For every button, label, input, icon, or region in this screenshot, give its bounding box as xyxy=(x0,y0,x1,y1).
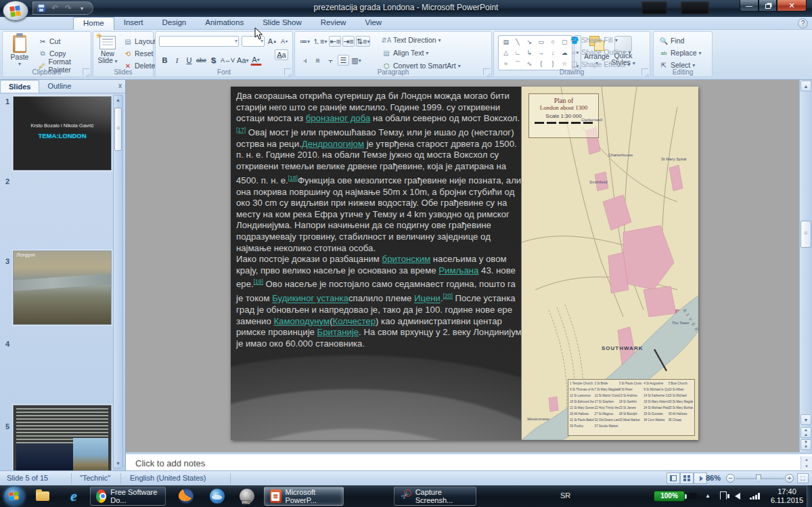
align-text-button[interactable]: ▤ Align Text▾ xyxy=(382,47,428,58)
zoom-in-button[interactable]: + xyxy=(785,474,794,483)
shape-icon[interactable]: ☆ xyxy=(559,58,570,69)
grow-font-button[interactable]: A▲ xyxy=(267,36,278,47)
notes-scrollbar[interactable]: ▲▼ xyxy=(800,456,812,470)
clear-formatting-button[interactable]: A̲a xyxy=(275,49,288,60)
google-earth-pro-button[interactable] xyxy=(235,487,258,505)
tab-view[interactable]: View xyxy=(355,17,391,30)
cut-button[interactable]: ✂Cut xyxy=(38,36,60,47)
shape-fill-button[interactable]: 🪣Shape Fill▾ xyxy=(570,35,618,45)
shape-icon[interactable]: ∟ xyxy=(512,47,523,58)
battery-indicator[interactable]: 100% xyxy=(654,491,685,502)
theme-name[interactable]: "Technic" xyxy=(80,474,110,482)
align-right-button[interactable]: ⫟ xyxy=(325,55,336,66)
close-button[interactable]: ✕ xyxy=(777,0,807,12)
text-shadow-button[interactable]: S xyxy=(208,55,219,66)
shape-icon[interactable]: ↘ xyxy=(524,37,535,47)
scroll-thumb[interactable] xyxy=(800,221,811,248)
bold-button[interactable]: B xyxy=(159,55,171,66)
slide-sorter-button[interactable] xyxy=(680,472,694,484)
decrease-indent-button[interactable]: ⇤≡ xyxy=(329,36,341,47)
redo-button[interactable]: ↷ xyxy=(63,3,74,14)
language-sr-indicator[interactable]: SR xyxy=(560,491,570,500)
volume-icon[interactable] xyxy=(735,493,740,500)
shape-icon[interactable]: ▢ xyxy=(559,37,570,47)
slides-panel-scrollbar[interactable]: ▲ ▼ xyxy=(113,95,123,468)
tab-slides[interactable]: Slides xyxy=(0,80,39,93)
slide-thumbnail-3[interactable] xyxy=(13,405,112,479)
scroll-up-icon[interactable]: ▲ xyxy=(114,95,122,104)
google-earth-button[interactable] xyxy=(206,487,229,505)
underline-button[interactable]: U xyxy=(183,55,195,66)
scroll-down-icon[interactable]: ▼ xyxy=(114,459,122,468)
zoom-slider-handle[interactable] xyxy=(756,475,761,482)
hyperlink[interactable]: Британије xyxy=(317,327,359,337)
next-slide-button[interactable]: ▼▼ xyxy=(800,439,811,450)
slide-show-button[interactable] xyxy=(694,472,707,484)
reference-link[interactable]: [17] xyxy=(236,127,246,133)
new-slide-button[interactable]: NewSlide ▾ xyxy=(93,34,122,69)
shape-icon[interactable]: ⌒ xyxy=(512,58,523,69)
hyperlink[interactable]: Ицени xyxy=(414,294,441,304)
reference-link[interactable]: [19] xyxy=(254,278,263,285)
paragraph-dialog-launcher[interactable] xyxy=(483,68,490,75)
undo-button[interactable]: ↶ xyxy=(49,3,60,14)
action-center-icon[interactable] xyxy=(720,491,727,500)
shape-icon[interactable]: ∿ xyxy=(524,58,535,69)
shape-icon[interactable]: ○ xyxy=(547,37,558,47)
firefox-button[interactable] xyxy=(175,487,198,505)
increase-indent-button[interactable]: ⇥≡ xyxy=(342,36,355,47)
shape-icon[interactable]: ☁ xyxy=(559,47,570,58)
shape-outline-button[interactable]: ▱Shape Outline▾ xyxy=(570,47,631,58)
internet-explorer-button[interactable]: e xyxy=(62,487,85,505)
align-left-button[interactable]: ⫞ xyxy=(299,55,311,66)
tab-home[interactable]: Home xyxy=(73,17,114,30)
start-button[interactable] xyxy=(4,487,24,506)
clock[interactable]: 17:40 6.11.2015 xyxy=(767,487,807,505)
fit-to-window-button[interactable]: ⛶ xyxy=(797,473,809,483)
replace-button[interactable]: abReplace▾ xyxy=(659,47,702,58)
reset-button[interactable]: ⟲Reset xyxy=(123,48,153,59)
windows-explorer-button[interactable] xyxy=(31,487,54,505)
hyperlink[interactable]: Будикиног устанка xyxy=(272,294,348,304)
shape-effects-button[interactable]: ❏Shape Effects▾ xyxy=(570,59,630,70)
shape-icon[interactable]: ↓ xyxy=(547,47,558,58)
shape-icon[interactable]: ▭ xyxy=(535,37,547,47)
shape-icon[interactable]: ↳ xyxy=(524,47,535,58)
hyperlink[interactable]: бритонским xyxy=(382,254,431,264)
shape-icon[interactable]: △ xyxy=(500,47,512,58)
scroll-down-icon[interactable]: ▼ xyxy=(800,414,811,425)
tab-outline[interactable]: Outline xyxy=(39,80,79,93)
tab-insert[interactable]: Insert xyxy=(114,17,153,30)
hyperlink[interactable]: Камоподунум xyxy=(273,316,330,326)
justify-button[interactable]: ☰ xyxy=(338,55,349,66)
save-button[interactable] xyxy=(36,3,47,14)
font-color-button[interactable]: A▾ xyxy=(250,55,262,66)
slide-body-text[interactable]: Два скорашња открића сугеришу да би Лонд… xyxy=(236,91,523,350)
show-hidden-icons-button[interactable]: ▲ xyxy=(705,493,710,499)
reference-link[interactable]: [18] xyxy=(288,175,298,181)
find-button[interactable]: 🔍Find xyxy=(659,35,684,46)
zoom-slider[interactable]: − + xyxy=(726,472,794,485)
help-button[interactable]: ? xyxy=(798,18,808,28)
tab-review[interactable]: Review xyxy=(311,17,356,30)
shape-icon[interactable]: } xyxy=(547,58,558,69)
london-map-image[interactable]: RIVER THAMES Plan of London about 1300 S… xyxy=(521,87,698,440)
slide-thumbnail-1[interactable]: Krsto Bozalo i Nikola Gavrić TEMA:LONDON xyxy=(13,96,112,171)
zoom-percentage[interactable]: 86% xyxy=(706,474,721,482)
font-name-combo[interactable] xyxy=(159,36,239,47)
shape-icon[interactable]: ≈ xyxy=(500,58,512,69)
change-case-button[interactable]: Aa▾ xyxy=(236,55,249,66)
shrink-font-button[interactable]: A▼ xyxy=(279,36,290,47)
reference-link[interactable]: [20] xyxy=(443,292,453,299)
hyperlink[interactable]: бронзаног доба xyxy=(306,113,371,123)
font-dialog-launcher[interactable] xyxy=(284,68,291,75)
hyperlink[interactable]: Дендрологијом xyxy=(302,139,364,149)
line-spacing-button[interactable]: ⇅≡▾ xyxy=(356,36,371,47)
italic-button[interactable]: I xyxy=(171,55,183,66)
shapes-gallery[interactable]: ▤╲↘▭○▢△∟↳→↓☁≈⌒∿{}☆ xyxy=(498,35,572,70)
strikethrough-button[interactable]: abe xyxy=(196,55,207,66)
columns-button[interactable]: ▥▾ xyxy=(351,55,362,66)
previous-slide-button[interactable]: ▲▲ xyxy=(800,427,811,438)
taskbar-task-capture[interactable]: Capture Screensh... xyxy=(394,487,476,506)
bullets-button[interactable]: ≔▾ xyxy=(299,36,311,47)
